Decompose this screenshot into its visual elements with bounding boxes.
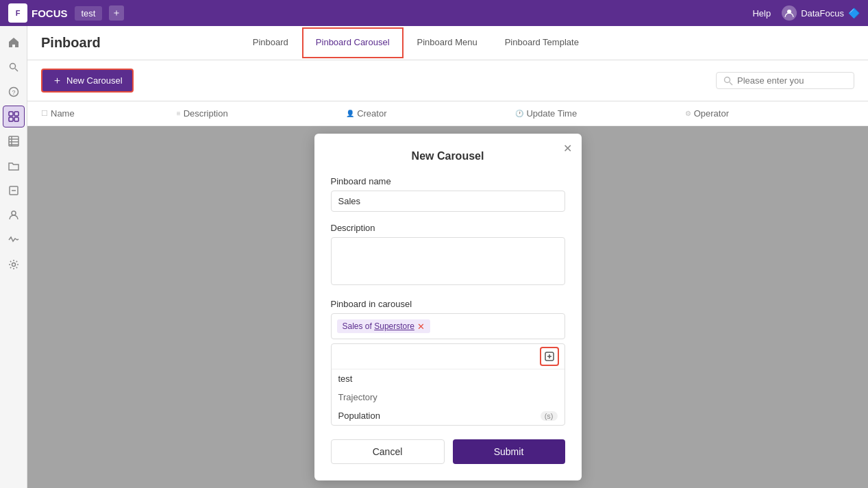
tag-remove-button[interactable]: ✕: [417, 322, 425, 331]
user-badge: 🔷: [848, 8, 860, 19]
col-update-time: 🕐 Update Time: [515, 108, 684, 119]
svg-rect-8: [14, 117, 18, 121]
dropdown-search-button[interactable]: [540, 347, 559, 366]
description-textarea[interactable]: [331, 237, 565, 285]
tag-text: Sales of Superstore: [343, 321, 414, 331]
description-label: Description: [331, 223, 565, 233]
dropdown-search-row: [332, 344, 565, 369]
pinboard-tag: Sales of Superstore ✕: [337, 319, 430, 333]
dropdown-item-count: (s): [541, 411, 558, 421]
dropdown-area: test Trajectory Population (s): [331, 343, 565, 426]
new-carousel-label: New Carousel: [66, 75, 123, 86]
active-tab-label[interactable]: test: [75, 6, 103, 21]
svg-rect-6: [14, 112, 18, 116]
page-title: Pinboard: [41, 35, 101, 51]
new-carousel-button[interactable]: ＋ New Carousel: [41, 69, 134, 93]
search-icon: [723, 76, 733, 86]
dropdown-item-population[interactable]: Population (s): [332, 406, 565, 425]
tab-nav: Pinboard Pinboard Carousel Pinboard Menu…: [239, 27, 593, 58]
pinboard-in-carousel-field: Sales of Superstore ✕: [331, 313, 565, 339]
toolbar: ＋ New Carousel: [27, 60, 868, 101]
sidebar-item-user[interactable]: [3, 204, 25, 226]
dropdown-item-label: test: [338, 374, 353, 384]
col-description: ≡ Description: [177, 108, 346, 119]
page-background: New Carousel ✕ Pinboard name Description: [27, 126, 868, 488]
plus-icon: ＋: [52, 74, 62, 87]
submit-button[interactable]: Submit: [453, 439, 565, 464]
tab-pinboard-menu[interactable]: Pinboard Menu: [404, 27, 491, 58]
pinboard-name-input[interactable]: [331, 191, 565, 212]
topbar-right: Help DataFocus 🔷: [752, 5, 860, 21]
dropdown-item-test[interactable]: test: [332, 369, 565, 388]
sidebar-item-home[interactable]: [3, 32, 25, 53]
dropdown-search-input[interactable]: [337, 349, 540, 365]
tab-pinboard-carousel[interactable]: Pinboard Carousel: [302, 27, 404, 58]
pinboard-name-group: Pinboard name: [331, 176, 565, 212]
svg-point-16: [12, 211, 16, 215]
user-info: DataFocus 🔷: [782, 5, 860, 21]
sidebar-item-help[interactable]: ?: [3, 81, 25, 103]
sidebar-item-pinboard[interactable]: [3, 106, 25, 127]
pinboard-in-carousel-label: Pinboard in carousel: [331, 299, 565, 309]
search-dropdown-icon: [545, 352, 554, 361]
svg-point-17: [12, 263, 15, 267]
sidebar-item-activity[interactable]: [3, 229, 25, 251]
svg-point-18: [725, 77, 730, 82]
cancel-button[interactable]: Cancel: [331, 439, 445, 464]
tab-pinboard[interactable]: Pinboard: [239, 27, 302, 58]
svg-line-2: [15, 69, 18, 71]
svg-rect-7: [9, 117, 13, 121]
svg-point-1: [10, 64, 15, 69]
tab-pinboard-template[interactable]: Pinboard Template: [491, 27, 593, 58]
app-name: FOCUS: [32, 8, 68, 19]
sidebar-item-table[interactable]: [3, 130, 25, 152]
col-operator: ⚙ Operator: [685, 108, 854, 119]
sidebar-item-task[interactable]: [3, 180, 25, 202]
pinboard-in-carousel-group: Pinboard in carousel Sales of Superstore…: [331, 299, 565, 426]
dropdown-item-trajectory[interactable]: Trajectory: [332, 388, 565, 406]
col-creator: 👤 Creator: [346, 108, 515, 119]
new-carousel-modal: New Carousel ✕ Pinboard name Description: [314, 134, 582, 480]
description-group: Description: [331, 223, 565, 288]
content-area: Pinboard Pinboard Pinboard Carousel Pinb…: [27, 26, 868, 488]
table-header: ☐ Name ≡ Description 👤 Creator 🕐 Update …: [27, 101, 868, 126]
svg-rect-5: [9, 112, 13, 116]
sidebar: ?: [0, 26, 27, 488]
logo-icon: F: [8, 3, 27, 23]
sub-header: Pinboard Pinboard Pinboard Carousel Pinb…: [27, 26, 868, 60]
modal-footer: Cancel Submit: [331, 439, 565, 464]
sidebar-item-search[interactable]: [3, 56, 25, 78]
help-button[interactable]: Help: [752, 8, 771, 19]
new-tab-button[interactable]: ＋: [109, 5, 124, 21]
svg-text:?: ?: [12, 89, 15, 96]
topbar-left: F FOCUS test ＋: [8, 3, 124, 23]
user-name: DataFocus: [801, 8, 844, 19]
topbar: F FOCUS test ＋ Help DataFocus 🔷: [0, 0, 868, 26]
sidebar-item-folder[interactable]: [3, 155, 25, 177]
modal-close-button[interactable]: ✕: [563, 142, 572, 155]
modal-overlay: New Carousel ✕ Pinboard name Description: [27, 126, 868, 488]
dropdown-item-label: Population: [338, 411, 380, 421]
col-name: ☐ Name: [41, 108, 177, 119]
modal-title: New Carousel: [331, 150, 565, 162]
logo: F FOCUS: [8, 3, 68, 23]
search-input[interactable]: [737, 75, 847, 86]
pinboard-name-label: Pinboard name: [331, 176, 565, 186]
search-wrapper: [716, 72, 854, 89]
svg-line-19: [730, 82, 732, 85]
dropdown-item-label: Trajectory: [338, 392, 377, 402]
avatar: [782, 5, 797, 21]
tag-highlight: Superstore: [374, 321, 414, 331]
sidebar-item-settings[interactable]: [3, 254, 25, 276]
dropdown-list: test Trajectory Population (s): [332, 369, 565, 425]
main-layout: ? Pinboard Pinboard Pinboa: [0, 26, 868, 488]
logo-text: F: [16, 9, 21, 17]
